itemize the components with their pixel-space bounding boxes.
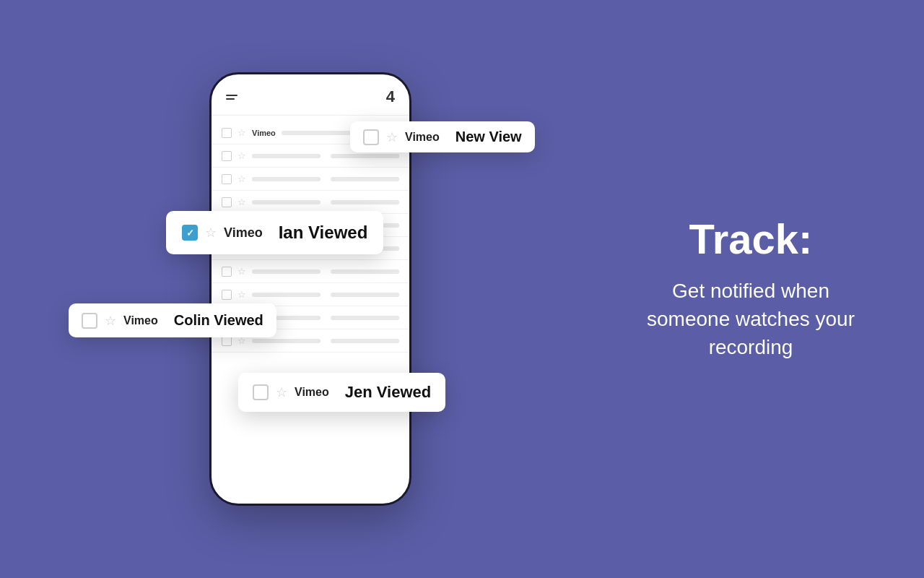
- row-bar: [331, 293, 399, 297]
- checkbox-icon: [222, 128, 232, 138]
- star-icon: ☆: [386, 129, 398, 145]
- checkbox-checked-icon: [182, 225, 198, 241]
- phone-container: 4 ☆ Vimeo ☆: [209, 72, 411, 506]
- row-bar: [331, 177, 399, 181]
- hamburger-icon: [226, 95, 237, 100]
- notification-colin-viewed: ☆ Vimeo Colin Viewed: [69, 303, 276, 337]
- checkbox-icon: [363, 129, 379, 145]
- row-label-bar: [252, 293, 321, 297]
- row-label-bar: [252, 177, 321, 181]
- notification-platform: Vimeo: [295, 386, 329, 399]
- row-label-bar: [252, 339, 321, 343]
- notification-platform: Vimeo: [224, 225, 263, 241]
- notification-jen-viewed: ☆ Vimeo Jen Viewed: [238, 373, 445, 412]
- phone-row: ☆: [212, 260, 409, 283]
- row-label-bar: [252, 200, 321, 204]
- checkbox-icon: [222, 174, 232, 184]
- row-bar: [331, 200, 399, 204]
- track-title: Track:: [689, 216, 813, 262]
- star-icon: ☆: [237, 127, 246, 138]
- phone-badge: 4: [386, 87, 395, 106]
- description-line1: Get notified when: [672, 280, 829, 302]
- checkbox-icon: [222, 197, 232, 207]
- notification-platform: Vimeo: [405, 131, 440, 144]
- description-line2: someone watches your: [647, 308, 855, 330]
- phone-row: ☆: [212, 168, 409, 191]
- row-bar: [331, 269, 399, 274]
- star-icon: ☆: [105, 313, 116, 329]
- left-panel: 4 ☆ Vimeo ☆: [0, 0, 621, 578]
- phone-header: 4: [212, 74, 409, 116]
- star-icon: ☆: [276, 384, 287, 400]
- row-label-bar: [252, 154, 321, 158]
- notification-new-view: ☆ Vimeo New View: [350, 121, 535, 152]
- notification-action: Ian Viewed: [279, 223, 368, 243]
- notification-ian-viewed: ☆ Vimeo Ian Viewed: [166, 211, 383, 254]
- row-label-bar: [252, 269, 321, 274]
- star-icon: ☆: [237, 266, 246, 277]
- row-bar: [331, 154, 399, 158]
- star-icon: ☆: [237, 173, 246, 184]
- star-icon: ☆: [237, 197, 246, 207]
- description-line3: recording: [709, 336, 793, 358]
- star-icon: ☆: [237, 150, 246, 161]
- notification-action: Colin Viewed: [174, 312, 263, 329]
- star-icon: ☆: [205, 225, 217, 241]
- row-bar: [331, 339, 399, 343]
- right-panel: Track: Get notified when someone watches…: [621, 216, 924, 361]
- row-bar: [331, 316, 399, 320]
- notification-platform: Vimeo: [123, 314, 158, 327]
- checkbox-icon: [222, 290, 232, 300]
- track-description: Get notified when someone watches your r…: [647, 277, 855, 362]
- notification-action: Jen Viewed: [345, 383, 431, 402]
- checkbox-icon: [82, 313, 97, 329]
- star-icon: ☆: [237, 289, 246, 300]
- row-label: Vimeo: [252, 129, 276, 137]
- checkbox-icon: [253, 384, 269, 400]
- checkbox-icon: [222, 267, 232, 277]
- checkbox-icon: [222, 151, 232, 161]
- notification-action: New View: [456, 129, 522, 145]
- main-layout: 4 ☆ Vimeo ☆: [0, 0, 924, 578]
